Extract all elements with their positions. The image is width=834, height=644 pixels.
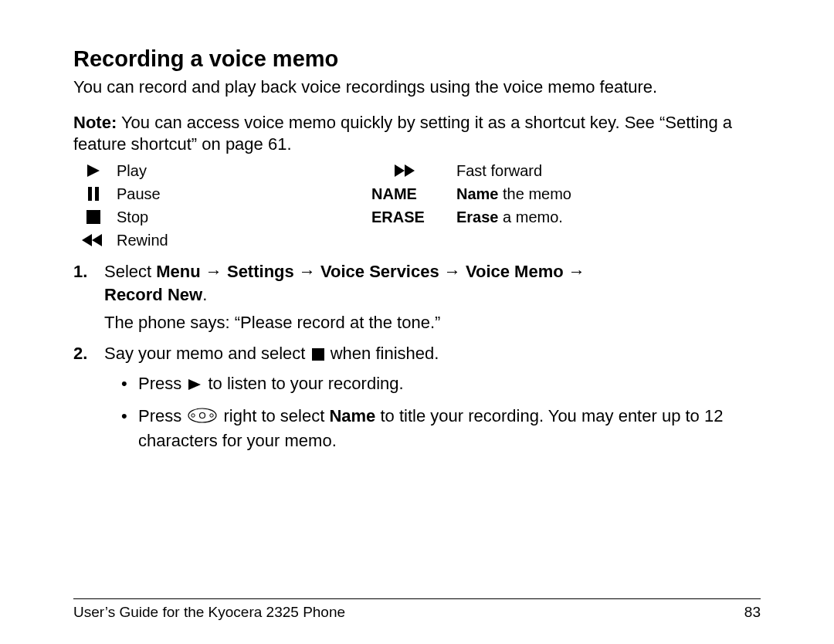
bullet-listen-a: Press <box>138 374 186 393</box>
rewind-label: Rewind <box>109 232 364 249</box>
svg-marker-0 <box>87 164 100 177</box>
arrow-icon: → <box>564 262 585 281</box>
step-2-text: Say your memo and select when finished. <box>104 344 439 363</box>
stop-label: Stop <box>109 208 364 226</box>
bullet-name-b: right to select <box>219 406 329 425</box>
step-1: 1. Select Menu → Settings → Voice Servic… <box>73 260 761 334</box>
bullet-listen: Press to listen to your recording. <box>121 372 761 397</box>
footer-title: User’s Guide for the Kyocera 2325 Phone <box>73 604 345 621</box>
play-icon <box>78 161 109 180</box>
rewind-icon <box>78 231 109 249</box>
step-1-number: 1. <box>73 260 87 283</box>
svg-rect-5 <box>86 210 100 224</box>
step-1-period: . <box>202 285 207 304</box>
svg-marker-9 <box>188 379 201 390</box>
svg-point-10 <box>188 408 216 422</box>
page-footer: User’s Guide for the Kyocera 2325 Phone … <box>73 598 761 621</box>
pause-label: Pause <box>109 185 364 203</box>
bullet-listen-b: to listen to your recording. <box>203 374 403 393</box>
dpad-icon <box>188 406 217 429</box>
arrow-icon: → <box>439 262 466 281</box>
step-2-number: 2. <box>73 342 87 365</box>
play-icon <box>188 374 202 397</box>
pause-icon <box>78 185 109 203</box>
bullet-name-bold: Name <box>329 406 375 425</box>
fast-forward-label: Fast forward <box>449 162 761 180</box>
note-paragraph: Note: You can access voice memo quickly … <box>73 112 761 155</box>
step-1-subtext: The phone says: “Please record at the to… <box>104 311 761 334</box>
play-label: Play <box>109 162 364 180</box>
step-2: 2. Say your memo and select when finishe… <box>73 342 761 452</box>
name-desc-rest: the memo <box>498 185 571 202</box>
arrow-icon: → <box>294 262 320 281</box>
svg-point-11 <box>200 412 205 418</box>
name-description: Name the memo <box>449 185 761 203</box>
bullet-name: Press right to select Name to title your… <box>121 405 761 452</box>
menu-path-voice-memo: Voice Memo <box>466 262 564 281</box>
svg-marker-1 <box>395 164 405 177</box>
document-page: Recording a voice memo You can record an… <box>0 0 834 644</box>
menu-path-record-new: Record New <box>104 285 202 304</box>
erase-desc-bold: Erase <box>456 208 499 225</box>
erase-desc-rest: a memo. <box>499 208 563 225</box>
name-key-label: NAME <box>364 185 449 203</box>
menu-path-settings: Settings <box>227 262 294 281</box>
menu-path-voice-services: Voice Services <box>320 262 439 281</box>
erase-description: Erase a memo. <box>449 208 761 226</box>
step-2-text-b: when finished. <box>326 344 439 363</box>
name-desc-bold: Name <box>456 185 498 202</box>
icon-glossary-table: Play Fast forward Pause NAME Name the me… <box>78 161 761 249</box>
page-number: 83 <box>744 604 761 621</box>
footer-rule <box>73 598 761 599</box>
steps-list: 1. Select Menu → Settings → Voice Servic… <box>73 260 761 452</box>
svg-point-13 <box>210 414 213 417</box>
stop-icon <box>78 208 109 226</box>
erase-key-label: ERASE <box>364 208 449 226</box>
step-2-bullets: Press to listen to your recording. Press… <box>121 372 761 452</box>
svg-marker-6 <box>82 234 92 246</box>
intro-paragraph: You can record and play back voice recor… <box>73 76 761 98</box>
svg-marker-2 <box>405 164 415 177</box>
fast-forward-icon <box>364 161 449 180</box>
stop-icon <box>312 344 324 367</box>
step-2-text-a: Say your memo and select <box>104 344 310 363</box>
step-1-prefix: Select <box>104 262 156 281</box>
page-heading: Recording a voice memo <box>73 46 761 72</box>
note-label: Note: <box>73 113 117 132</box>
step-1-text: Select Menu → Settings → Voice Services … <box>104 262 585 304</box>
menu-path-menu: Menu <box>156 262 200 281</box>
bullet-name-a: Press <box>138 406 186 425</box>
svg-rect-4 <box>95 187 99 201</box>
arrow-icon: → <box>201 262 227 281</box>
note-text: You can access voice memo quickly by set… <box>73 113 732 154</box>
svg-point-12 <box>192 414 195 417</box>
svg-rect-8 <box>312 348 324 361</box>
svg-rect-3 <box>88 187 92 201</box>
svg-marker-7 <box>92 234 102 246</box>
